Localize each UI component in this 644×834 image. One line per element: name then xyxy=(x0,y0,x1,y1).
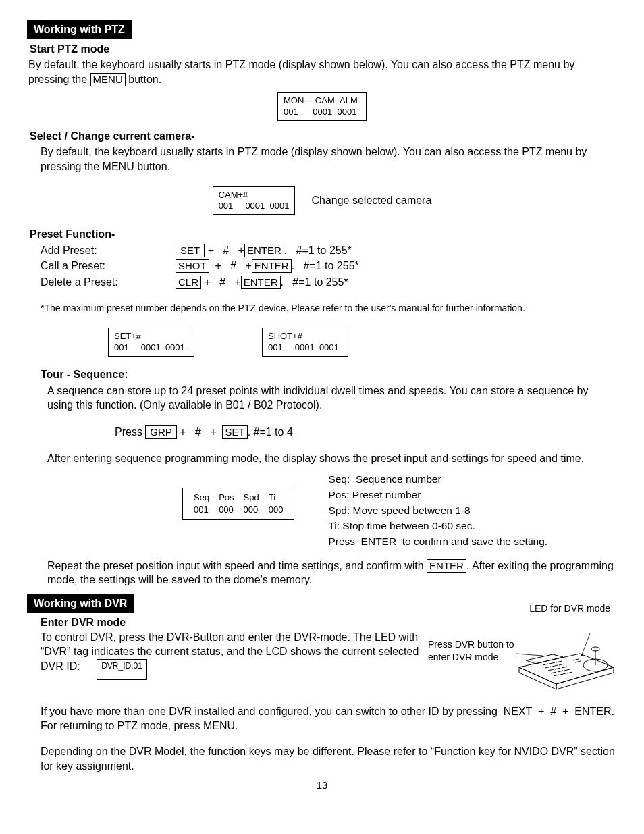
svg-line-10 xyxy=(552,665,558,667)
label-change-camera: Change selected camera xyxy=(311,193,431,208)
seq-col-val: 000 xyxy=(265,504,288,515)
label-led-dvr: LED for DVR mode xyxy=(462,594,617,615)
legend-spd: Spd: Move speed between 1-8 xyxy=(328,504,547,518)
lcd-display-ptz-default: MON--- CAM- ALM- 001 0001 0001 xyxy=(277,92,367,121)
svg-line-7 xyxy=(549,662,555,664)
legend-seq: Seq: Sequence number xyxy=(328,473,547,487)
keyboard-controller-icon xyxy=(516,630,617,691)
lcd-line: MON--- CAM- ALM- xyxy=(284,95,360,106)
svg-line-24 xyxy=(582,633,590,654)
legend-pos: Pos: Preset number xyxy=(328,488,547,502)
section-header-dvr: Working with DVR xyxy=(27,594,134,613)
keycap-enter: ENTER xyxy=(241,276,281,289)
lcd-display-cam: CAM+# 001 0001 0001 xyxy=(213,186,296,215)
para-dvr-model: Depending on the DVR Model, the function… xyxy=(41,744,617,773)
svg-line-18 xyxy=(554,675,559,676)
keycap-set: SET xyxy=(222,425,247,439)
text: . #=1 to 255* xyxy=(292,260,359,271)
svg-marker-0 xyxy=(519,654,614,684)
lcd-display-dvr-id: DVR_ID:01 xyxy=(97,659,147,680)
seq-col-head: Pos xyxy=(215,492,238,503)
cmd-tour-press: Press GRP + # + SET. #=1 to 4 xyxy=(115,425,617,440)
svg-line-9 xyxy=(545,667,551,668)
keycap-set: SET xyxy=(176,244,205,257)
page-number: 13 xyxy=(27,779,617,792)
text: + # + xyxy=(177,426,223,438)
heading-enter-dvr: Enter DVR mode xyxy=(41,615,462,630)
svg-line-8 xyxy=(556,661,562,662)
svg-line-16 xyxy=(558,671,563,672)
label-add-preset: Add Preset: xyxy=(41,243,149,258)
note-preset-max: *The maximum preset number depends on th… xyxy=(41,302,617,315)
keycap-enter: ENTER xyxy=(244,244,284,257)
lcd-display-seq: Seq Pos Spd Ti 001 000 000 000 xyxy=(182,488,294,521)
keycap-shot: SHOT xyxy=(176,259,209,273)
seq-col-val: 001 xyxy=(190,504,213,515)
heading-preset: Preset Function- xyxy=(30,227,617,242)
keycap-enter: ENTER xyxy=(252,259,292,273)
label-press-dvr-2: enter DVR mode xyxy=(428,651,516,664)
para-tour-repeat: Repeat the preset position input with sp… xyxy=(47,558,617,588)
text: + # + xyxy=(201,276,241,288)
svg-line-6 xyxy=(543,664,548,665)
heading-start-ptz: Start PTZ mode xyxy=(30,42,617,57)
svg-line-22 xyxy=(575,661,581,662)
heading-tour: Tour - Sequence: xyxy=(41,367,617,382)
svg-point-25 xyxy=(581,654,583,656)
lcd-line: CAM+# xyxy=(219,190,290,201)
text: Press xyxy=(115,426,145,438)
para-tour: A sequence can store up to 24 preset poi… xyxy=(47,384,617,413)
text: . #=1 to 4 xyxy=(248,426,293,438)
svg-line-13 xyxy=(555,668,560,669)
svg-line-12 xyxy=(548,669,554,671)
lcd-line: SHOT+# xyxy=(268,331,342,342)
lcd-line: 001 0001 0001 xyxy=(268,342,342,353)
text: + # + xyxy=(209,260,252,271)
legend-press: Press ENTER to confirm and save the sett… xyxy=(328,535,547,549)
para-dvr-switch: If you have more than one DVR installed … xyxy=(41,704,617,733)
lcd-line: 001 0001 0001 xyxy=(284,107,360,118)
seq-col-val: 000 xyxy=(215,504,238,515)
seq-col-val: 000 xyxy=(240,504,263,515)
para-tour-after: After entering sequence programming mode… xyxy=(47,451,617,466)
lcd-line: SET+# xyxy=(114,331,188,342)
heading-select-camera: Select / Change current camera- xyxy=(30,129,617,144)
label-call-preset: Call a Preset: xyxy=(41,259,149,273)
svg-marker-1 xyxy=(519,667,556,689)
section-header-ptz: Working with PTZ xyxy=(27,20,132,39)
svg-line-17 xyxy=(564,669,570,671)
text: Repeat the preset position input with sp… xyxy=(47,560,427,571)
svg-line-15 xyxy=(551,672,556,673)
lcd-display-shot: SHOT+# 001 0001 0001 xyxy=(262,328,348,357)
svg-line-20 xyxy=(567,672,572,673)
svg-line-23 xyxy=(516,654,543,656)
svg-line-21 xyxy=(573,659,579,660)
text: + # + xyxy=(205,244,244,256)
lcd-line: 001 0001 0001 xyxy=(114,342,188,353)
keycap-enter: ENTER xyxy=(427,559,466,573)
svg-line-14 xyxy=(562,667,567,668)
svg-line-11 xyxy=(559,664,564,665)
label-press-dvr-1: Press DVR button to xyxy=(428,638,516,651)
seq-col-head: Seq xyxy=(190,492,213,503)
keycap-clr: CLR xyxy=(176,276,201,289)
keycap-grp: GRP xyxy=(145,425,177,439)
para-dvr-enter: To control DVR, press the DVR-Button and… xyxy=(41,630,428,680)
lcd-display-set: SET+# 001 0001 0001 xyxy=(108,328,194,357)
para-start-ptz: By default, the keyboard usually starts … xyxy=(28,57,617,86)
text: . #=1 to 255* xyxy=(281,276,348,288)
seq-col-head: Ti xyxy=(265,492,288,503)
lcd-line: 001 0001 0001 xyxy=(219,201,290,211)
seq-col-head: Spd xyxy=(240,492,263,503)
text: . #=1 to 255* xyxy=(284,244,352,256)
legend-ti: Ti: Stop time between 0-60 sec. xyxy=(328,519,547,533)
text: button. xyxy=(126,74,161,85)
label-delete-preset: Delete a Preset: xyxy=(41,275,149,290)
keycap-menu: MENU xyxy=(90,73,126,86)
svg-line-19 xyxy=(560,673,566,675)
para-select-camera: By default, the keyboard usually starts … xyxy=(41,145,617,174)
